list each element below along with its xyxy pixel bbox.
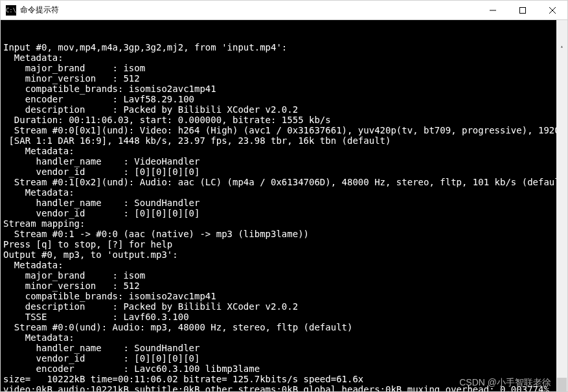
terminal-line: Stream #0:0[0x1](und): Video: h264 (High…: [3, 125, 565, 135]
terminal-line: vendor_id : [0][0][0][0]: [3, 167, 565, 177]
window-controls: [478, 1, 567, 19]
terminal-line: Input #0, mov,mp4,m4a,3gp,3g2,mj2, from …: [3, 42, 565, 52]
maximize-button[interactable]: [508, 1, 538, 19]
terminal-line: TSSE : Lavf60.3.100: [3, 312, 565, 322]
terminal-line: video:0kB audio:10221kB subtitle:0kB oth…: [3, 384, 565, 391]
minimize-icon: [490, 7, 496, 14]
terminal-line: Stream #0:0(und): Audio: mp3, 48000 Hz, …: [3, 322, 565, 332]
terminal-line: compatible_brands: isomiso2avc1mp41: [3, 84, 565, 94]
scrollbar-thumb[interactable]: [557, 378, 567, 391]
terminal-line: handler_name : VideoHandler: [3, 156, 565, 167]
app-icon: C:\: [6, 5, 16, 16]
terminal-line: minor_version : 512: [3, 73, 565, 84]
terminal-line: Metadata:: [3, 146, 565, 156]
terminal-line: major_brand : isom: [3, 270, 565, 281]
titlebar[interactable]: C:\ 命令提示符: [1, 1, 567, 20]
minimize-button[interactable]: [478, 1, 508, 19]
terminal-line: Metadata:: [3, 260, 565, 270]
terminal-line: encoder : Lavc60.3.100 libmp3lame: [3, 363, 565, 374]
terminal-line: minor_version : 512: [3, 281, 565, 291]
terminal-line: Press [q] to stop, [?] for help: [3, 239, 565, 249]
window-title: 命令提示符: [20, 5, 478, 16]
terminal-line: Stream mapping:: [3, 218, 565, 229]
terminal-line: handler_name : SoundHandler: [3, 343, 565, 353]
terminal-line: Stream #0:1[0x2](und): Audio: aac (LC) (…: [3, 177, 565, 187]
close-icon: [549, 7, 556, 14]
terminal-output[interactable]: Input #0, mov,mp4,m4a,3gp,3g2,mj2, from …: [1, 20, 567, 391]
close-button[interactable]: [538, 1, 567, 19]
terminal-line: major_brand : isom: [3, 63, 565, 73]
command-prompt-window: C:\ 命令提示符 Input #0, mov,mp4,m4a,3gp,3g2,…: [0, 0, 568, 392]
terminal-line: size= 10222kB time=00:11:06.02 bitrate= …: [3, 374, 565, 384]
terminal-line: compatible_brands: isomiso2avc1mp41: [3, 291, 565, 301]
terminal-line: vendor_id : [0][0][0][0]: [3, 208, 565, 218]
terminal-line: Output #0, mp3, to 'output.mp3':: [3, 249, 565, 260]
scrollbar-track[interactable]: ▴ ▾: [556, 41, 567, 391]
svg-rect-1: [520, 7, 526, 13]
terminal-line: Metadata:: [3, 187, 565, 198]
terminal-line: Duration: 00:11:06.03, start: 0.000000, …: [3, 115, 565, 125]
terminal-line: encoder : Lavf58.29.100: [3, 94, 565, 104]
terminal-line: description : Packed by Bilibili XCoder …: [3, 301, 565, 312]
terminal-line: Metadata:: [3, 332, 565, 343]
vertical-scrollbar[interactable]: ▴ ▾: [556, 20, 567, 391]
terminal-line: description : Packed by Bilibili XCoder …: [3, 104, 565, 115]
terminal-line: vendor_id : [0][0][0][0]: [3, 353, 565, 363]
terminal-line: [SAR 1:1 DAR 16:9], 1448 kb/s, 23.97 fps…: [3, 135, 565, 146]
maximize-icon: [519, 7, 526, 14]
scrollbar-up-arrow[interactable]: ▴: [556, 41, 567, 52]
terminal-line: handler_name : SoundHandler: [3, 198, 565, 208]
terminal-line: Metadata:: [3, 52, 565, 63]
terminal-line: Stream #0:1 -> #0:0 (aac (native) -> mp3…: [3, 229, 565, 239]
